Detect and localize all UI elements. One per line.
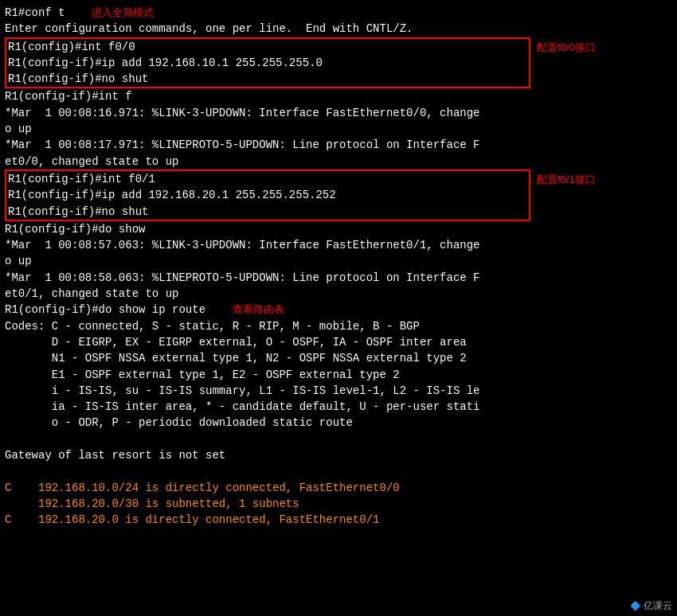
- terminal-line: o up: [5, 121, 672, 137]
- annotation-f01: 配置f0/1接口: [537, 173, 596, 187]
- terminal-line: E1 - OSPF external type 1, E2 - OSPF ext…: [5, 367, 672, 383]
- terminal-line: et0/0, changed state to up: [5, 154, 672, 170]
- terminal-line: Enter configuration commands, one per li…: [5, 21, 672, 37]
- terminal-line: [5, 463, 672, 479]
- watermark-text: 亿课云: [644, 600, 672, 611]
- terminal-line: R1(config-if)#do show: [5, 221, 672, 237]
- terminal-line: R1(config)#int f0/0: [8, 39, 527, 55]
- terminal: R1#conf t 进入全局模式 Enter configuration com…: [0, 0, 677, 616]
- terminal-line: ia - IS-IS inter area, * - candidate def…: [5, 399, 672, 415]
- terminal-line: et0/1, changed state to up: [5, 286, 672, 302]
- terminal-line: Gateway of last resort is not set: [5, 447, 672, 463]
- terminal-line: R1(config-if)#no shut: [8, 204, 527, 220]
- terminal-line: N1 - OSPF NSSA external type 1, N2 - OSP…: [5, 350, 672, 366]
- terminal-line: R1(config-if)#int f0/1: [8, 171, 527, 187]
- annotation-f00: 配置f0/0接口: [537, 41, 596, 55]
- watermark: 🔷 亿课云: [630, 599, 672, 613]
- terminal-line: R1(config-if)#do show ip route 查看路由表: [5, 302, 672, 318]
- terminal-line: Codes: C - connected, S - static, R - RI…: [5, 318, 672, 334]
- terminal-line: R1(config-if)#ip add 192.168.20.1 255.25…: [8, 187, 527, 203]
- terminal-line: R1(config-if)#int f: [5, 88, 672, 104]
- terminal-line: R1(config-if)#ip add 192.168.10.1 255.25…: [8, 55, 527, 71]
- terminal-route-line: 192.168.20.0/30 is subnetted, 1 subnets: [5, 496, 672, 512]
- terminal-line: o up: [5, 253, 672, 269]
- terminal-route-line: C 192.168.20.0 is directly connected, Fa…: [5, 512, 672, 528]
- terminal-line: i - IS-IS, su - IS-IS summary, L1 - IS-I…: [5, 383, 672, 399]
- terminal-line: *Mar 1 00:08:58.063: %LINEPROTO-5-UPDOWN…: [5, 270, 672, 286]
- terminal-line: R1#conf t 进入全局模式: [5, 5, 672, 21]
- terminal-line: *Mar 1 00:08:57.063: %LINK-3-UPDOWN: Int…: [5, 237, 672, 253]
- terminal-route-line: C 192.168.10.0/24 is directly connected,…: [5, 480, 672, 496]
- terminal-line: R1(config-if)#no shut: [8, 71, 527, 87]
- terminal-line: *Mar 1 00:08:17.971: %LINEPROTO-5-UPDOWN…: [5, 137, 672, 153]
- terminal-line: D - EIGRP, EX - EIGRP external, O - OSPF…: [5, 334, 672, 350]
- terminal-line: o - ODR, P - periodic downloaded static …: [5, 415, 672, 431]
- terminal-line: *Mar 1 00:08:16.971: %LINK-3-UPDOWN: Int…: [5, 105, 672, 121]
- terminal-line: [5, 431, 672, 447]
